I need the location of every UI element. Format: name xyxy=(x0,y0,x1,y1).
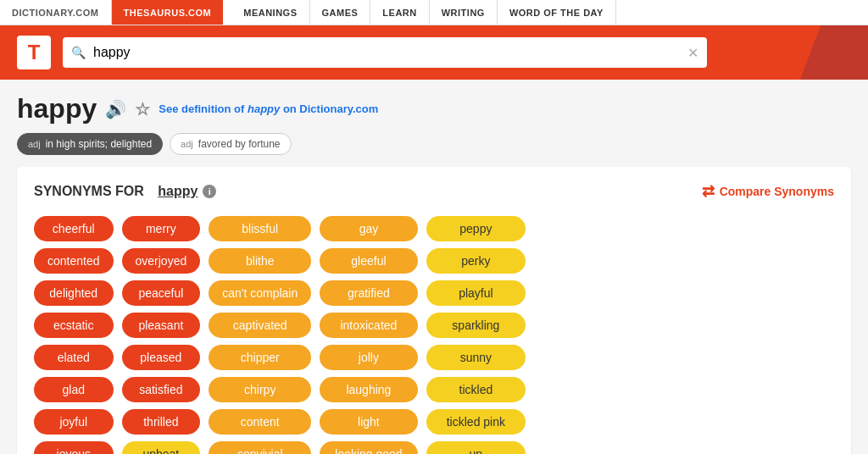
pills-col-0: cheerfulcontenteddelightedecstaticelated… xyxy=(34,216,114,454)
content-area: happy 🔊 ☆ See definition of happy on Dic… xyxy=(0,80,868,454)
pill-ecstatic[interactable]: ecstatic xyxy=(34,313,114,338)
pill-content[interactable]: content xyxy=(209,409,311,435)
star-icon[interactable]: ☆ xyxy=(135,99,150,119)
word-title-row: happy 🔊 ☆ See definition of happy on Dic… xyxy=(17,93,851,125)
pill-glad[interactable]: glad xyxy=(34,377,114,402)
compare-label: Compare Synonyms xyxy=(720,185,834,198)
search-box: 🔍 ✕ xyxy=(63,37,707,68)
pill-gay[interactable]: gay xyxy=(320,216,417,241)
pill-overjoyed[interactable]: overjoyed xyxy=(122,248,201,274)
pill-tickled[interactable]: tickled xyxy=(426,377,526,402)
nav-links: MEANINGSGAMESLEARNWRITINGWORD OF THE DAY xyxy=(231,0,616,25)
pills-col-3: gaygleefulgratifiedintoxicatedjollylaugh… xyxy=(320,216,417,454)
tab-label-0: in high spirits; delighted xyxy=(46,138,152,150)
pill-playful[interactable]: playful xyxy=(426,280,526,306)
logo: T xyxy=(17,36,51,69)
synonyms-for-word: happy xyxy=(158,184,198,199)
pill-captivated[interactable]: captivated xyxy=(209,313,311,338)
synonyms-for-label: SYNONYMS FOR xyxy=(34,184,144,199)
pill-joyous[interactable]: joyous xyxy=(34,441,114,454)
pill-looking-good[interactable]: looking good xyxy=(320,441,417,454)
pill-thrilled[interactable]: thrilled xyxy=(122,409,201,435)
top-nav: DICTIONARY.COM THESAURUS.COM MEANINGSGAM… xyxy=(0,0,868,25)
pill-delighted[interactable]: delighted xyxy=(34,280,114,306)
dict-link-suffix: on Dictionary.com xyxy=(280,102,378,115)
pill-contented[interactable]: contented xyxy=(34,248,114,274)
nav-dictionary[interactable]: DICTIONARY.COM xyxy=(0,0,112,25)
pill-peaceful[interactable]: peaceful xyxy=(122,280,201,306)
pills-col-2: blissfulblithecan't complaincaptivatedch… xyxy=(209,216,311,454)
header-decoration xyxy=(800,25,868,80)
pill-peppy[interactable]: peppy xyxy=(426,216,526,241)
compare-icon: ⇄ xyxy=(702,182,715,201)
pill-tickled-pink[interactable]: tickled pink xyxy=(426,409,526,435)
pill-laughing[interactable]: laughing xyxy=(320,377,417,402)
pill-chipper[interactable]: chipper xyxy=(209,345,311,370)
pill-pleasant[interactable]: pleasant xyxy=(122,313,201,338)
pill-gratified[interactable]: gratified xyxy=(320,280,417,306)
pill-chirpy[interactable]: chirpy xyxy=(209,377,311,402)
pill-merry[interactable]: merry xyxy=(122,216,201,241)
pill-blissful[interactable]: blissful xyxy=(209,216,311,241)
nav-link-games[interactable]: GAMES xyxy=(310,0,371,25)
compare-synonyms-button[interactable]: ⇄ Compare Synonyms xyxy=(702,182,834,201)
pill-joyful[interactable]: joyful xyxy=(34,409,114,435)
pill-satisfied[interactable]: satisfied xyxy=(122,377,201,402)
pill-can't-complain[interactable]: can't complain xyxy=(209,280,311,306)
dict-link[interactable]: See definition of happy on Dictionary.co… xyxy=(159,102,378,115)
speaker-icon[interactable]: 🔊 xyxy=(105,99,126,119)
close-icon[interactable]: ✕ xyxy=(687,45,698,61)
pills-grid: cheerfulcontenteddelightedecstaticelated… xyxy=(34,216,834,454)
tab-1[interactable]: adjfavored by fortune xyxy=(170,133,291,155)
tab-0[interactable]: adjin high spirits; delighted xyxy=(17,133,163,155)
tab-adj-1: adj xyxy=(181,139,193,149)
card-header: SYNONYMS FOR happy i ⇄ Compare Synonyms xyxy=(34,182,834,201)
info-icon[interactable]: i xyxy=(203,185,216,198)
search-input[interactable] xyxy=(63,37,707,68)
synonyms-card: SYNONYMS FOR happy i ⇄ Compare Synonyms … xyxy=(17,167,851,454)
tab-label-1: favored by fortune xyxy=(198,138,281,150)
search-icon: 🔍 xyxy=(71,46,86,59)
pill-elated[interactable]: elated xyxy=(34,345,114,370)
pill-blithe[interactable]: blithe xyxy=(209,248,311,274)
pill-intoxicated[interactable]: intoxicated xyxy=(320,313,417,338)
pill-gleeful[interactable]: gleeful xyxy=(320,248,417,274)
pill-convivial[interactable]: convivial xyxy=(209,441,311,454)
nav-thesaurus[interactable]: THESAURUS.COM xyxy=(112,0,224,25)
pills-col-1: merryoverjoyedpeacefulpleasantpleasedsat… xyxy=(122,216,201,454)
nav-link-writing[interactable]: WRITING xyxy=(430,0,498,25)
nav-link-meanings[interactable]: MEANINGS xyxy=(231,0,309,25)
pill-sparkling[interactable]: sparkling xyxy=(426,313,526,338)
pill-upbeat[interactable]: upbeat xyxy=(122,441,201,454)
pill-perky[interactable]: perky xyxy=(426,248,526,274)
tab-adj-0: adj xyxy=(28,139,41,149)
pill-light[interactable]: light xyxy=(320,409,417,435)
nav-link-learn[interactable]: LEARN xyxy=(370,0,429,25)
synonyms-title: SYNONYMS FOR happy i xyxy=(34,184,216,199)
pill-up[interactable]: up xyxy=(426,441,526,454)
pill-cheerful[interactable]: cheerful xyxy=(34,216,114,241)
tabs-row: adjin high spirits; delightedadjfavored … xyxy=(17,133,851,155)
pills-col-4: peppyperkyplayfulsparklingsunnytickledti… xyxy=(426,216,526,454)
word-heading: happy xyxy=(17,93,97,125)
pill-pleased[interactable]: pleased xyxy=(122,345,201,370)
dict-link-word: happy xyxy=(248,102,280,115)
pill-jolly[interactable]: jolly xyxy=(320,345,417,370)
pill-sunny[interactable]: sunny xyxy=(426,345,526,370)
header-bar: T 🔍 ✕ xyxy=(0,25,868,80)
dict-link-prefix: See definition of xyxy=(159,102,248,115)
nav-link-word-of-the-day[interactable]: WORD OF THE DAY xyxy=(498,0,616,25)
